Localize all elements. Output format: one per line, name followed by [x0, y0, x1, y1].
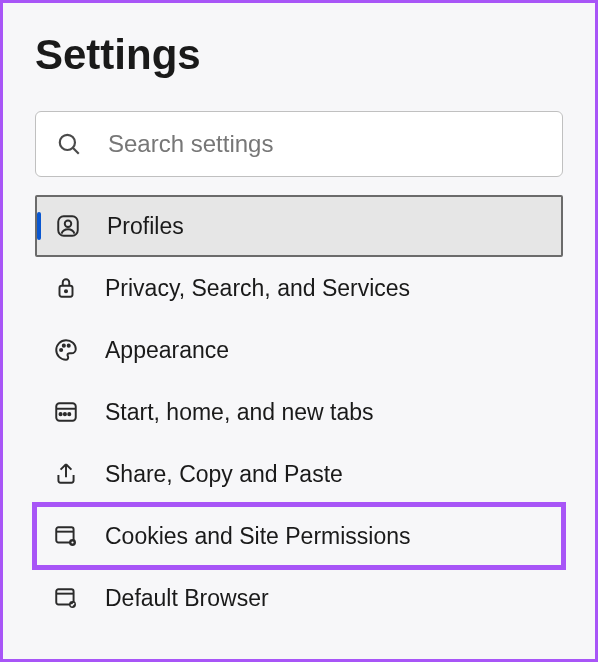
nav-item-start-home[interactable]: Start, home, and new tabs — [35, 381, 563, 443]
svg-point-12 — [64, 413, 66, 415]
nav-item-privacy[interactable]: Privacy, Search, and Services — [35, 257, 563, 319]
svg-point-8 — [68, 345, 70, 347]
svg-point-5 — [65, 290, 67, 292]
svg-rect-9 — [56, 403, 76, 420]
svg-point-0 — [60, 135, 75, 150]
svg-point-3 — [65, 221, 72, 228]
search-settings-box[interactable] — [35, 111, 563, 177]
svg-point-17 — [71, 541, 73, 543]
nav-item-label: Start, home, and new tabs — [105, 399, 374, 426]
nav-item-share-copy-paste[interactable]: Share, Copy and Paste — [35, 443, 563, 505]
browser-check-icon — [53, 585, 79, 611]
lock-icon — [53, 275, 79, 301]
svg-point-13 — [68, 413, 70, 415]
search-icon — [56, 131, 82, 157]
nav-item-label: Default Browser — [105, 585, 269, 612]
profile-icon — [55, 213, 81, 239]
search-input[interactable] — [108, 130, 542, 158]
nav-item-cookies-permissions[interactable]: Cookies and Site Permissions — [35, 505, 563, 567]
nav-item-appearance[interactable]: Appearance — [35, 319, 563, 381]
svg-point-11 — [60, 413, 62, 415]
svg-point-7 — [63, 345, 65, 347]
settings-nav: Profiles Privacy, Search, and Services A… — [35, 195, 563, 629]
svg-line-1 — [73, 148, 79, 154]
cookies-icon — [53, 523, 79, 549]
nav-item-label: Appearance — [105, 337, 229, 364]
page-title: Settings — [35, 31, 563, 79]
nav-item-label: Privacy, Search, and Services — [105, 275, 410, 302]
nav-item-label: Share, Copy and Paste — [105, 461, 343, 488]
nav-item-profiles[interactable]: Profiles — [35, 195, 563, 257]
svg-point-6 — [60, 349, 62, 351]
palette-icon — [53, 337, 79, 363]
nav-item-label: Profiles — [107, 213, 184, 240]
share-icon — [53, 461, 79, 487]
nav-item-default-browser[interactable]: Default Browser — [35, 567, 563, 629]
window-icon — [53, 399, 79, 425]
nav-item-label: Cookies and Site Permissions — [105, 523, 411, 550]
